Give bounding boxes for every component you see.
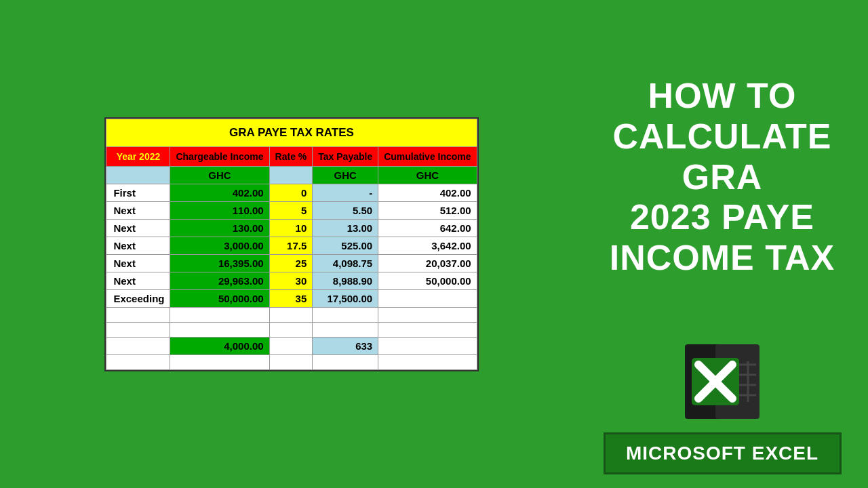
table-wrapper: GRA PAYE TAX RATES Year 2022 Chargeable … [104, 117, 478, 371]
table-row: Next3,000.0017.5525.003,642.00 [106, 237, 477, 254]
bottom-section: MICROSOFT EXCEL [590, 334, 854, 474]
title-row: GRA PAYE TAX RATES [106, 119, 477, 146]
row-chargeable: 29,963.00 [170, 272, 269, 289]
microsoft-excel-badge: MICROSOFT EXCEL [604, 432, 842, 474]
row-chargeable: 110.00 [170, 201, 269, 219]
row-label: Next [106, 219, 170, 237]
row-label: Next [106, 237, 170, 254]
ghc-row: GHC GHC GHC [106, 166, 477, 184]
row-label: Next [106, 254, 170, 272]
row-rate: 0 [269, 184, 313, 201]
heading-line2: CALCULATE [610, 117, 835, 157]
row-rate: 35 [269, 289, 313, 307]
header-tax: Tax Payable [313, 146, 378, 166]
heading-line5: INCOME TAX [610, 238, 835, 279]
row-chargeable: 50,000.00 [170, 289, 269, 307]
table-row: Next29,963.00308,988.9050,000.00 [106, 272, 477, 289]
row-cumulative: 512.00 [378, 201, 477, 219]
table-row: Next130.001013.00642.00 [106, 219, 477, 237]
empty-row [106, 322, 477, 337]
row-rate: 30 [269, 272, 313, 289]
row-rate: 10 [269, 219, 313, 237]
row-cumulative: 3,642.00 [378, 237, 477, 254]
table-row: First402.000-402.00 [106, 184, 477, 201]
tax-table: GRA PAYE TAX RATES Year 2022 Chargeable … [106, 119, 477, 370]
ghc-tax: GHC [313, 166, 378, 184]
row-tax: 17,500.00 [313, 289, 378, 307]
main-heading: HOW TO CALCULATE GRA 2023 PAYE INCOME TA… [610, 20, 835, 334]
table-row: Exceeding50,000.003517,500.00 [106, 289, 477, 307]
row-label: Exceeding [106, 289, 170, 307]
row-chargeable: 3,000.00 [170, 237, 269, 254]
row-cumulative: 20,037.00 [378, 254, 477, 272]
summary-row: 4,000.00633 [106, 337, 477, 354]
ghc-chargeable: GHC [170, 166, 269, 184]
row-cumulative: 642.00 [378, 219, 477, 237]
spreadsheet-area: GRA PAYE TAX RATES Year 2022 Chargeable … [0, 0, 583, 488]
header-chargeable: Chargeable Income [170, 146, 269, 166]
excel-icon [678, 338, 766, 426]
row-label: First [106, 184, 170, 201]
header-year: Year 2022 [106, 146, 170, 166]
row-tax: 13.00 [313, 219, 378, 237]
row-label: Next [106, 272, 170, 289]
table-row: Next16,395.00254,098.7520,037.00 [106, 254, 477, 272]
row-tax: 8,988.90 [313, 272, 378, 289]
summary-chargeable: 4,000.00 [170, 337, 269, 354]
header-row: Year 2022 Chargeable Income Rate % Tax P… [106, 146, 477, 166]
excel-icon-wrapper [678, 338, 766, 426]
row-tax: 5.50 [313, 201, 378, 219]
table-row: Next110.0055.50512.00 [106, 201, 477, 219]
header-rate: Rate % [269, 146, 313, 166]
table-title: GRA PAYE TAX RATES [106, 119, 477, 146]
empty-row [106, 307, 477, 322]
heading-line4: 2023 PAYE [610, 197, 835, 238]
row-tax: 4,098.75 [313, 254, 378, 272]
row-rate: 17.5 [269, 237, 313, 254]
right-panel: HOW TO CALCULATE GRA 2023 PAYE INCOME TA… [583, 0, 868, 488]
row-rate: 5 [269, 201, 313, 219]
heading-line1: HOW TO [610, 76, 835, 117]
row-chargeable: 130.00 [170, 219, 269, 237]
row-cumulative [378, 289, 477, 307]
heading-line3: GRA [610, 157, 835, 198]
row-cumulative: 50,000.00 [378, 272, 477, 289]
header-cumulative: Cumulative Income [378, 146, 477, 166]
row-chargeable: 402.00 [170, 184, 269, 201]
row-rate: 25 [269, 254, 313, 272]
row-label: Next [106, 201, 170, 219]
empty-row [106, 354, 477, 369]
row-tax: - [313, 184, 378, 201]
ghc-cumulative: GHC [378, 166, 477, 184]
row-chargeable: 16,395.00 [170, 254, 269, 272]
row-cumulative: 402.00 [378, 184, 477, 201]
row-tax: 525.00 [313, 237, 378, 254]
badge-label: MICROSOFT EXCEL [626, 443, 818, 464]
summary-tax: 633 [313, 337, 378, 354]
